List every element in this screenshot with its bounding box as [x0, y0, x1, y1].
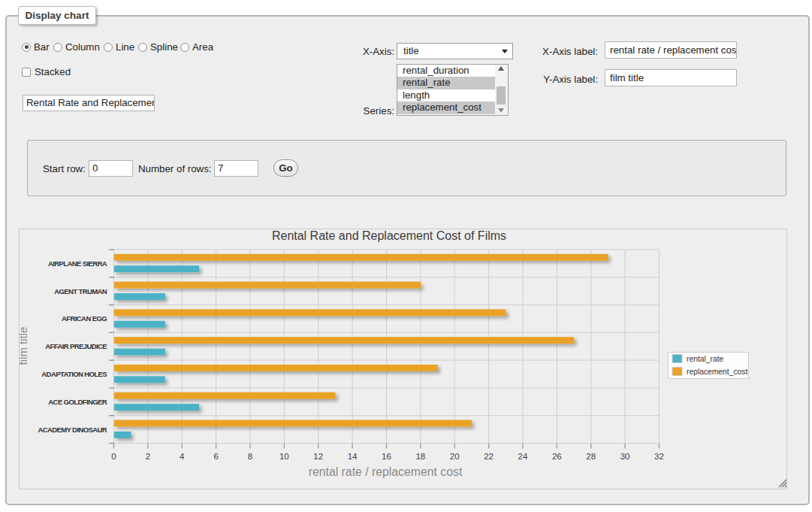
svg-text:10: 10 [279, 452, 289, 461]
svg-text:14: 14 [348, 452, 358, 461]
svg-text:26: 26 [552, 452, 562, 461]
svg-text:32: 32 [654, 452, 664, 461]
svg-text:22: 22 [484, 452, 494, 461]
svg-text:20: 20 [450, 452, 460, 461]
svg-text:Rental Rate and Replacement Co: Rental Rate and Replacement Cost of Film… [272, 229, 506, 242]
svg-text:ACADEMY DINOSAUR: ACADEMY DINOSAUR [38, 426, 107, 434]
svg-text:4: 4 [180, 452, 185, 461]
svg-text:ACE GOLDFINGER: ACE GOLDFINGER [48, 398, 107, 406]
svg-text:replacement_cost: replacement_cost [687, 368, 747, 376]
svg-text:AGENT TRUMAN: AGENT TRUMAN [54, 287, 107, 295]
svg-text:rental_rate: rental_rate [687, 355, 724, 363]
svg-text:AFRICAN EGG: AFRICAN EGG [62, 314, 107, 323]
svg-text:8: 8 [248, 452, 252, 461]
svg-text:12: 12 [313, 452, 323, 461]
svg-text:18: 18 [415, 452, 425, 461]
svg-text:rental rate / replacement cost: rental rate / replacement cost [309, 465, 463, 478]
svg-text:6: 6 [213, 452, 218, 461]
svg-text:AFFAIR PREJUDICE: AFFAIR PREJUDICE [45, 342, 107, 350]
svg-text:16: 16 [382, 452, 391, 461]
svg-text:2: 2 [146, 452, 150, 461]
svg-text:0: 0 [111, 452, 116, 461]
svg-text:ADAPTATION HOLES: ADAPTATION HOLES [41, 370, 107, 378]
svg-text:film title: film title [20, 327, 29, 365]
svg-text:30: 30 [620, 452, 630, 461]
svg-text:28: 28 [586, 452, 596, 461]
svg-text:24: 24 [518, 452, 528, 461]
svg-text:AIRPLANE SIERRA: AIRPLANE SIERRA [48, 259, 107, 268]
